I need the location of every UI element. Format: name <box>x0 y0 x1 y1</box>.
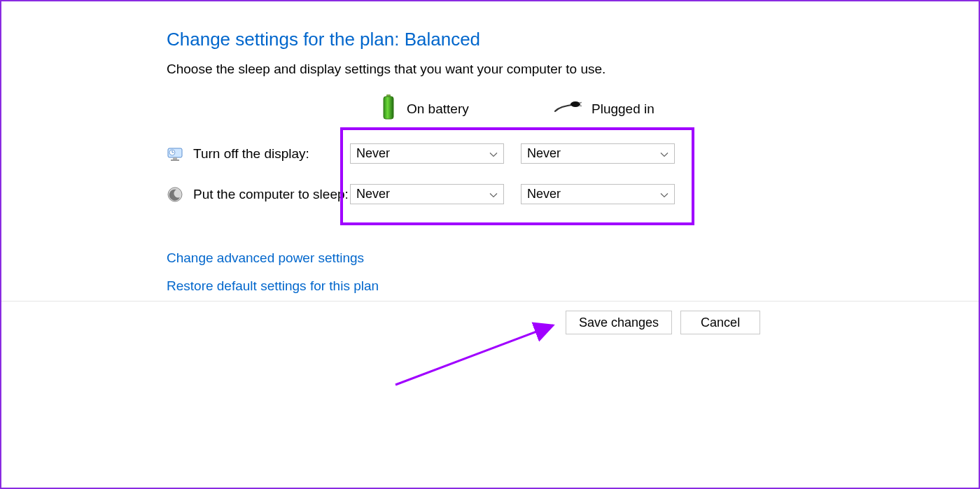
page-title: Change settings for the plan: Balanced <box>167 28 797 52</box>
moon-icon <box>167 186 183 203</box>
column-header-battery-label: On battery <box>407 101 469 117</box>
column-header-battery: On battery <box>380 93 554 125</box>
page-subtitle: Choose the sleep and display settings th… <box>167 62 797 77</box>
sleep-plugged-value: Never <box>527 187 561 201</box>
cancel-button[interactable]: Cancel <box>680 311 760 334</box>
svg-rect-9 <box>173 157 177 160</box>
sleep-plugged-select[interactable]: Never <box>521 184 675 204</box>
row-sleep-labelcell: Put the computer to sleep: <box>167 186 350 203</box>
power-plug-icon <box>554 100 582 118</box>
advanced-power-settings-link[interactable]: Change advanced power settings <box>167 250 797 266</box>
row-display: Turn off the display: Never Never <box>167 140 797 168</box>
settings-grid: Turn off the display: Never Never <box>167 130 797 234</box>
column-header-plugged-label: Plugged in <box>592 101 654 117</box>
svg-line-3 <box>579 103 582 104</box>
display-battery-select[interactable]: Never <box>350 143 504 164</box>
chevron-down-icon <box>489 187 498 201</box>
monitor-icon <box>167 146 183 162</box>
chevron-down-icon <box>660 187 668 201</box>
save-changes-button[interactable]: Save changes <box>566 311 672 334</box>
display-plugged-value: Never <box>527 146 561 161</box>
column-headers: On battery Plugged in <box>380 92 797 126</box>
sleep-battery-value: Never <box>356 187 390 201</box>
links-section: Change advanced power settings Restore d… <box>167 250 797 294</box>
battery-icon <box>380 93 397 125</box>
row-display-label: Turn off the display: <box>193 146 309 162</box>
chevron-down-icon <box>489 146 498 161</box>
sleep-battery-select[interactable]: Never <box>350 184 504 204</box>
footer-buttons: Save changes Cancel <box>566 311 760 334</box>
svg-rect-10 <box>171 160 179 161</box>
row-sleep: Put the computer to sleep: Never Never <box>167 180 797 208</box>
display-battery-value: Never <box>356 146 390 161</box>
restore-defaults-link[interactable]: Restore default settings for this plan <box>167 278 797 294</box>
svg-line-4 <box>579 106 582 106</box>
svg-point-2 <box>570 101 580 107</box>
row-display-labelcell: Turn off the display: <box>167 146 350 162</box>
footer-divider <box>1 301 979 302</box>
chevron-down-icon <box>660 146 668 161</box>
row-sleep-label: Put the computer to sleep: <box>193 187 349 202</box>
column-header-plugged: Plugged in <box>554 100 708 118</box>
main-content: Change settings for the plan: Balanced C… <box>167 28 797 306</box>
svg-rect-1 <box>384 97 393 119</box>
display-plugged-select[interactable]: Never <box>521 143 675 164</box>
